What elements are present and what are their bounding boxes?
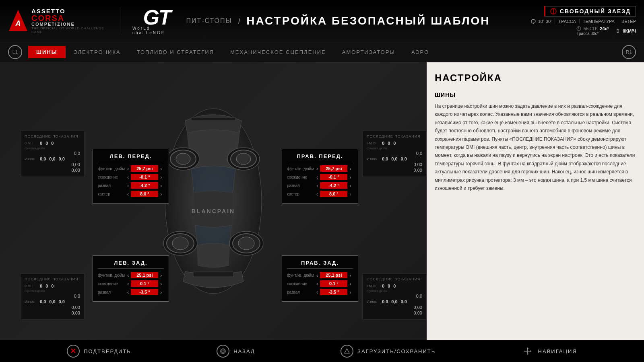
tab-mechanical[interactable]: МЕХАНИЧЕСКОЕ СЦЕПЛЕНИЕ bbox=[222, 46, 334, 58]
fr-caster-value: 8,0 ° bbox=[320, 191, 347, 197]
fl-pressure-inc[interactable]: › bbox=[160, 166, 162, 172]
fr-caster-row: кастер ‹ 8,0 ° › bbox=[287, 191, 353, 197]
readings-tl-w2: 0,0 bbox=[49, 156, 55, 161]
load-save-icon bbox=[341, 345, 353, 358]
rr-toe-dec[interactable]: ‹ bbox=[316, 281, 318, 287]
rl-pressure-inc[interactable]: › bbox=[160, 272, 162, 278]
load-save-button[interactable]: ЗАГРУЗИТЬ/СОХРАНИТЬ bbox=[341, 345, 436, 358]
readings-br-w2: 0,0 bbox=[391, 299, 397, 304]
assetto-text: ASSETTO bbox=[31, 8, 108, 14]
fr-title: ПРАВ. ПЕРЕД. bbox=[287, 153, 353, 162]
tab-fuel[interactable]: ТОПЛИВО И СТРАТЕГИЯ bbox=[129, 46, 222, 58]
readings-br-center: 0,0 bbox=[367, 294, 422, 298]
free-drive-badge: СВОБОДНЫЙ ЗАЕЗД bbox=[544, 6, 636, 16]
wheel-box-front-right: ПРАВ. ПЕРЕД. фунт/кв. дюйм ‹ 25,7 psi › … bbox=[282, 149, 358, 204]
readings-tl-wear-label: Износ bbox=[25, 157, 36, 161]
tab-aero[interactable]: АЭРО bbox=[403, 46, 437, 58]
fr-caster-inc[interactable]: › bbox=[349, 191, 351, 197]
svg-text:A: A bbox=[15, 19, 21, 27]
rr-title: ПРАВ. ЗАД. bbox=[287, 260, 353, 269]
triangle-icon bbox=[344, 348, 350, 354]
readings-tr-imo-label: I M O bbox=[367, 141, 378, 145]
confirm-button[interactable]: ✕ ПОДТВЕРДИТЬ bbox=[67, 345, 131, 358]
fl-toe-inc[interactable]: › bbox=[160, 174, 162, 180]
rl-camber-row: развал ‹ -3.5 ° › bbox=[98, 289, 164, 295]
rl-camber-inc[interactable]: › bbox=[160, 289, 162, 295]
header-right: СВОБОДНЫЙ ЗАЕЗД 10' 30' ТРАССА ТЕМПЕРАТУ… bbox=[495, 6, 636, 36]
rl-camber-dec[interactable]: ‹ bbox=[127, 289, 129, 295]
fl-camber-row: развал ‹ -4.2 ° › bbox=[98, 182, 164, 189]
track-temp-value: Трасса 30c° bbox=[576, 31, 609, 36]
gt-logo: GT WorLd chaLLeNGE bbox=[132, 7, 181, 35]
fr-pressure-inc[interactable]: › bbox=[349, 166, 351, 172]
readings-br-line2: 0,00 bbox=[367, 311, 422, 315]
rl-toe-inc[interactable]: › bbox=[160, 281, 162, 287]
fr-pressure-dec[interactable]: ‹ bbox=[316, 166, 318, 172]
fl-caster-value: 8,0 ° bbox=[131, 191, 158, 197]
readings-tl-w1: 0,0 bbox=[40, 156, 46, 161]
fr-toe-row: схождение ‹ -0.1 ° › bbox=[287, 174, 353, 180]
svg-rect-9 bbox=[617, 29, 619, 33]
rr-camber-inc[interactable]: › bbox=[349, 289, 351, 295]
fl-camber-inc[interactable]: › bbox=[160, 183, 162, 189]
tab-tires[interactable]: ШИНЫ bbox=[28, 46, 66, 58]
back-button[interactable]: НАЗАД bbox=[217, 345, 255, 358]
fl-caster-dec[interactable]: ‹ bbox=[127, 191, 129, 197]
l1-button[interactable]: L1 bbox=[8, 45, 22, 59]
rr-toe-label: схождение bbox=[287, 282, 314, 286]
tab-suspension[interactable]: АМОРТИЗАТОРЫ bbox=[334, 46, 403, 58]
fr-camber-inc[interactable]: › bbox=[349, 183, 351, 189]
fl-pressure-dec[interactable]: ‹ bbox=[127, 166, 129, 172]
competizione-text: COMPETIZIONE bbox=[31, 22, 108, 27]
readings-bl-w2: 0,0 bbox=[49, 299, 55, 304]
fl-caster-row: кастер ‹ 8,0 ° › bbox=[98, 191, 164, 197]
svg-point-18 bbox=[176, 153, 190, 165]
readings-tl-v3: 0 bbox=[51, 141, 54, 146]
rr-toe-inc[interactable]: › bbox=[349, 281, 351, 287]
rl-pressure-value: 25,1 psi bbox=[131, 272, 158, 278]
readings-br-line1: 0,00 bbox=[367, 305, 422, 310]
readings-br-wear-label: Износ bbox=[367, 300, 378, 304]
readings-bl-line2: 0,00 bbox=[25, 311, 80, 315]
readings-bl-omi-label: 0 M I bbox=[25, 284, 36, 288]
fr-camber-value: -4.2 ° bbox=[320, 182, 347, 189]
rl-pressure-dec[interactable]: ‹ bbox=[127, 272, 129, 278]
fr-camber-label: развал bbox=[287, 183, 314, 188]
time2: 30' bbox=[546, 19, 551, 24]
readings-tl-w3: 0,0 bbox=[59, 156, 65, 161]
fr-caster-dec[interactable]: ‹ bbox=[316, 191, 318, 197]
fl-camber-value: -4.2 ° bbox=[131, 182, 158, 189]
fl-caster-inc[interactable]: › bbox=[160, 191, 162, 197]
readings-tr-line2: 0,00 bbox=[367, 168, 422, 173]
svg-rect-26 bbox=[193, 272, 233, 277]
fr-toe-label: схождение bbox=[287, 175, 314, 179]
readings-top-right: ПОСЛЕДНИЕ ПОКАЗАНИЯ I M O 0 0 0 фунт/кв.… bbox=[362, 131, 427, 177]
rr-pressure-row: фунт/кв. дюйм ‹ 25,1 psi › bbox=[287, 272, 353, 278]
tab-electronics[interactable]: ЭЛЕКТРОНИКА bbox=[66, 46, 129, 58]
readings-tr-v1: 0 bbox=[382, 141, 384, 146]
back-label: НАЗАД bbox=[233, 348, 255, 354]
rr-pressure-dec[interactable]: ‹ bbox=[316, 272, 318, 278]
r1-button[interactable]: R1 bbox=[622, 45, 636, 59]
svg-point-24 bbox=[238, 237, 254, 250]
rr-pressure-inc[interactable]: › bbox=[349, 272, 351, 278]
back-circle-icon bbox=[220, 348, 226, 354]
readings-bl-line1: 0,00 bbox=[25, 305, 80, 310]
svg-rect-27 bbox=[191, 117, 235, 121]
readings-tl-line1: 0,00 bbox=[25, 162, 80, 167]
fr-toe-dec[interactable]: ‹ bbox=[316, 174, 318, 180]
rr-toe-value: 0.1 ° bbox=[320, 280, 347, 287]
fr-camber-dec[interactable]: ‹ bbox=[316, 183, 318, 189]
fl-camber-dec[interactable]: ‹ bbox=[127, 183, 129, 189]
rr-camber-row: развал ‹ -3.5 ° › bbox=[287, 289, 353, 295]
readings-tr-w2: 0,0 bbox=[391, 156, 397, 161]
fl-toe-dec[interactable]: ‹ bbox=[127, 174, 129, 180]
readings-top-left: ПОСЛЕДНИЕ ПОКАЗАНИЯ 0 M I 0 0 0 фунт/кв.… bbox=[20, 131, 85, 177]
rl-toe-dec[interactable]: ‹ bbox=[127, 281, 129, 287]
readings-br-title: ПОСЛЕДНИЕ ПОКАЗАНИЯ bbox=[367, 277, 422, 281]
rr-camber-dec[interactable]: ‹ bbox=[316, 289, 318, 295]
fr-toe-inc[interactable]: › bbox=[349, 174, 351, 180]
rl-camber-label: развал bbox=[98, 290, 125, 294]
wheel-box-front-left: ЛЕВ. ПЕРЕД. фунт/кв. дюйм ‹ 25,7 psi › с… bbox=[93, 149, 169, 204]
navigation-button[interactable]: НАВИГАЦИЯ bbox=[521, 345, 577, 358]
